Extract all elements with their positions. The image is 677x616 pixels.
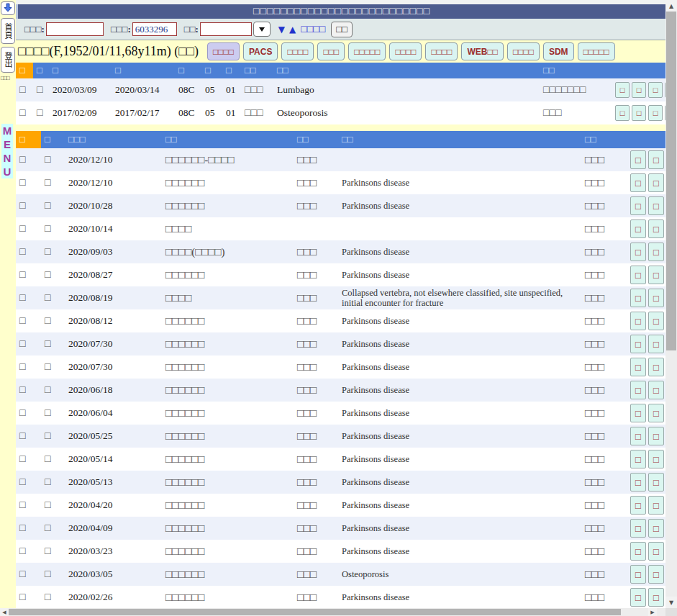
record-action-button-2[interactable]: □ [648, 312, 664, 330]
row-edit-box[interactable]: □ [41, 338, 65, 350]
patient-action-button-11[interactable]: □□□□□ [578, 42, 615, 60]
row-select-box[interactable]: □ [16, 407, 41, 419]
record-action-button-1[interactable]: □ [630, 542, 646, 561]
row-edit-box[interactable]: □ [41, 499, 65, 511]
row-edit-box[interactable]: □ [41, 476, 65, 488]
row-edit-box[interactable]: □ [41, 592, 65, 603]
sort-ascending-icon[interactable]: ▲ [289, 24, 296, 35]
sort-descending-icon[interactable]: ▼ [278, 24, 285, 35]
search-button[interactable]: □□ [331, 22, 353, 37]
row-edit-box[interactable]: □ [41, 246, 65, 258]
scroll-down-icon[interactable]: ▼ [665, 597, 677, 608]
diagnosis-action-button-1[interactable]: □ [615, 105, 630, 121]
dropdown-button[interactable] [253, 22, 271, 37]
row-select-box[interactable]: □ [16, 476, 41, 488]
menu-tab[interactable]: MENU [1, 124, 13, 178]
diagnosis-action-button-2[interactable]: □ [632, 82, 646, 98]
record-action-button-2[interactable]: □ [648, 150, 664, 169]
row-select-box[interactable]: □ [16, 315, 41, 327]
record-action-button-2[interactable]: □ [648, 358, 664, 376]
row-select-box[interactable]: □ [16, 246, 41, 258]
record-action-button-1[interactable]: □ [630, 173, 646, 192]
record-action-button-1[interactable]: □ [630, 312, 646, 330]
patient-action-button-10[interactable]: SDM [543, 42, 574, 60]
row-select-box[interactable]: □ [16, 177, 41, 189]
row-select-box[interactable]: □ [16, 223, 41, 235]
horizontal-scroll-thumb[interactable] [9, 609, 621, 615]
diagnosis-action-button-3[interactable]: □ [648, 105, 663, 121]
row-edit-box[interactable]: □ [41, 384, 65, 396]
record-action-button-1[interactable]: □ [630, 335, 646, 353]
row-edit-box[interactable]: □ [33, 107, 49, 119]
record-action-button-2[interactable]: □ [648, 450, 664, 468]
record-action-button-2[interactable]: □ [648, 196, 664, 215]
row-edit-box[interactable]: □ [41, 223, 65, 235]
record-action-button-1[interactable]: □ [630, 473, 646, 492]
patient-action-button-2[interactable]: PACS [243, 42, 278, 60]
row-select-box[interactable]: □ [16, 499, 41, 511]
row-select-box[interactable]: □ [16, 384, 41, 396]
record-action-button-2[interactable]: □ [648, 404, 664, 422]
record-action-button-2[interactable]: □ [648, 289, 664, 307]
record-action-button-1[interactable]: □ [630, 588, 646, 607]
row-edit-box[interactable]: □ [41, 545, 65, 557]
row-select-box[interactable]: □ [16, 292, 41, 304]
patient-action-button-9[interactable]: □□□□ [507, 42, 540, 60]
patient-action-button-5[interactable]: □□□□□ [348, 42, 386, 60]
row-select-box[interactable]: □ [16, 84, 33, 96]
collapse-sidebar-button[interactable] [1, 1, 15, 15]
row-edit-box[interactable]: □ [41, 407, 65, 419]
record-action-button-1[interactable]: □ [630, 219, 646, 238]
row-select-box[interactable]: □ [16, 569, 41, 580]
record-action-button-1[interactable]: □ [630, 565, 646, 584]
vertical-scroll-thumb[interactable] [666, 12, 676, 350]
row-select-box[interactable]: □ [16, 107, 33, 119]
record-action-button-2[interactable]: □ [648, 266, 664, 284]
scroll-left-icon[interactable]: ◀ [0, 608, 9, 616]
row-select-box[interactable]: □ [16, 522, 41, 534]
row-edit-box[interactable]: □ [41, 522, 65, 534]
row-select-box[interactable]: □ [16, 430, 41, 442]
row-select-box[interactable]: □ [16, 200, 41, 212]
diagnosis-action-button-3[interactable]: □ [648, 82, 663, 98]
patient-action-button-1[interactable]: □□□□ [207, 42, 240, 60]
record-action-button-1[interactable]: □ [630, 496, 646, 515]
row-edit-box[interactable]: □ [41, 453, 65, 465]
row-edit-box[interactable]: □ [41, 315, 65, 327]
record-action-button-1[interactable]: □ [630, 404, 646, 422]
record-action-button-1[interactable]: □ [630, 450, 646, 468]
record-action-button-1[interactable]: □ [630, 289, 646, 307]
diagnosis-action-button-2[interactable]: □ [632, 105, 646, 121]
diagnosis-action-button-1[interactable]: □ [615, 82, 630, 98]
vertical-scrollbar[interactable]: ▲ ▼ [665, 0, 677, 608]
scroll-up-icon[interactable]: ▲ [665, 0, 677, 12]
record-action-button-2[interactable]: □ [648, 473, 664, 492]
record-action-button-1[interactable]: □ [630, 243, 646, 261]
record-action-button-2[interactable]: □ [648, 219, 664, 238]
record-action-button-2[interactable]: □ [648, 542, 664, 561]
row-edit-box[interactable]: □ [33, 84, 49, 96]
row-edit-box[interactable]: □ [41, 154, 65, 166]
record-action-button-2[interactable]: □ [648, 496, 664, 515]
row-edit-box[interactable]: □ [41, 200, 65, 212]
patient-action-button-7[interactable]: □□□□ [425, 42, 458, 60]
record-action-button-2[interactable]: □ [648, 565, 664, 584]
record-action-button-1[interactable]: □ [630, 266, 646, 284]
record-action-button-1[interactable]: □ [630, 358, 646, 376]
row-select-box[interactable]: □ [16, 545, 41, 557]
record-action-button-2[interactable]: □ [648, 519, 664, 538]
record-action-button-1[interactable]: □ [630, 381, 646, 399]
record-action-button-1[interactable]: □ [630, 427, 646, 445]
record-action-button-1[interactable]: □ [630, 519, 646, 538]
row-select-box[interactable]: □ [16, 592, 41, 603]
record-action-button-2[interactable]: □ [648, 588, 664, 607]
search-option-link[interactable]: □□□□ [301, 24, 325, 35]
record-action-button-2[interactable]: □ [648, 243, 664, 261]
search-field1-input[interactable] [46, 22, 104, 36]
row-edit-box[interactable]: □ [41, 177, 65, 189]
row-select-box[interactable]: □ [16, 453, 41, 465]
record-action-button-2[interactable]: □ [648, 381, 664, 399]
record-action-button-1[interactable]: □ [630, 196, 646, 215]
patient-action-button-6[interactable]: □□□□ [389, 42, 422, 60]
logout-button[interactable]: 登出 [1, 47, 15, 73]
